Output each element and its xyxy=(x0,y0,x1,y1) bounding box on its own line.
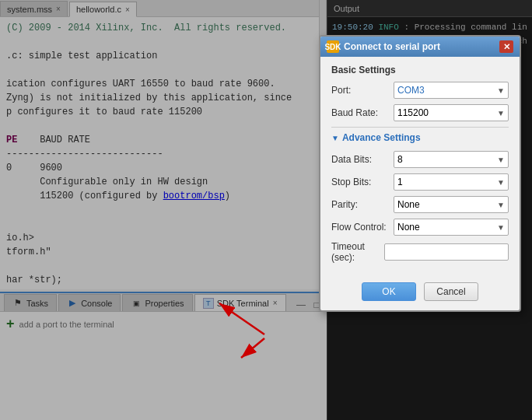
data-bits-select[interactable]: 8 ▼ xyxy=(394,151,509,168)
timeout-label: Timeout (sec): xyxy=(331,241,384,263)
data-bits-select-arrow: ▼ xyxy=(497,156,505,164)
baud-rate-row: Baud Rate: 115200 ▼ xyxy=(331,104,509,121)
serial-port-dialog: SDK Connect to serial port ✕ Basic Setti… xyxy=(319,35,521,312)
baud-rate-select[interactable]: 115200 ▼ xyxy=(394,104,509,121)
dialog-title: Connect to serial port xyxy=(344,41,440,52)
flow-control-select[interactable]: None ▼ xyxy=(394,219,509,236)
baud-rate-value: 115200 xyxy=(397,107,429,118)
advance-toggle-arrow: ▼ xyxy=(331,134,339,142)
port-label: Port: xyxy=(331,85,394,96)
baud-rate-select-arrow: ▼ xyxy=(497,109,505,117)
port-select-arrow: ▼ xyxy=(497,86,505,95)
parity-value: None xyxy=(397,199,420,210)
stop-bits-select[interactable]: 1 ▼ xyxy=(394,173,509,191)
flow-control-label: Flow Control: xyxy=(331,222,394,233)
data-bits-value: 8 xyxy=(397,154,403,165)
parity-label: Parity: xyxy=(331,199,394,210)
data-bits-label: Data Bits: xyxy=(331,154,394,165)
timeout-row: Timeout (sec): xyxy=(331,241,509,263)
dialog-titlebar: SDK Connect to serial port ✕ xyxy=(320,37,520,57)
flow-control-value: None xyxy=(397,222,420,233)
advance-settings-toggle[interactable]: ▼ Advance Settings xyxy=(331,132,509,143)
data-bits-row: Data Bits: 8 ▼ xyxy=(331,151,509,168)
port-value: COM3 xyxy=(397,85,425,96)
dialog-close-button[interactable]: ✕ xyxy=(499,40,513,53)
stop-bits-row: Stop Bits: 1 ▼ xyxy=(331,173,509,191)
basic-settings-title: Basic Settings xyxy=(331,65,509,75)
parity-select[interactable]: None ▼ xyxy=(394,196,509,213)
flow-control-row: Flow Control: None ▼ xyxy=(331,219,509,236)
baud-rate-label: Baud Rate: xyxy=(331,107,394,118)
stop-bits-value: 1 xyxy=(397,177,403,187)
timeout-input[interactable] xyxy=(384,243,509,261)
ok-button[interactable]: OK xyxy=(362,282,416,301)
stop-bits-label: Stop Bits: xyxy=(331,177,394,187)
port-row: Port: COM3 ▼ xyxy=(331,82,509,99)
advance-toggle-label: Advance Settings xyxy=(342,132,421,143)
cancel-button[interactable]: Cancel xyxy=(424,282,478,301)
port-select[interactable]: COM3 ▼ xyxy=(394,82,509,99)
dialog-body: Basic Settings Port: COM3 ▼ Baud Rate: 1… xyxy=(320,57,520,276)
divider xyxy=(331,127,509,128)
parity-select-arrow: ▼ xyxy=(497,201,505,209)
dialog-sdk-icon: SDK xyxy=(327,40,339,53)
stop-bits-select-arrow: ▼ xyxy=(497,178,505,187)
dialog-advanced: Data Bits: 8 ▼ Stop Bits: 1 ▼ Parity: No… xyxy=(331,151,509,263)
dialog-footer: OK Cancel xyxy=(320,276,520,310)
flow-control-select-arrow: ▼ xyxy=(497,223,505,232)
parity-row: Parity: None ▼ xyxy=(331,196,509,213)
